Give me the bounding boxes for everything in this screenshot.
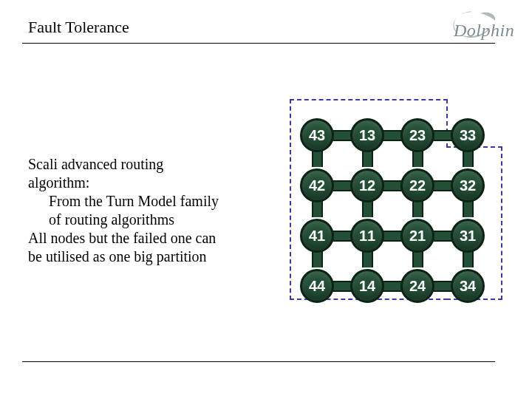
v-connector	[362, 201, 373, 217]
h-connector	[331, 130, 352, 141]
mesh-node: 31	[451, 219, 485, 253]
mesh-node: 13	[350, 118, 384, 152]
mesh-node: 23	[400, 118, 434, 152]
footer-rule	[22, 361, 495, 362]
v-connector	[463, 151, 474, 167]
h-connector	[432, 281, 452, 292]
v-connector	[412, 251, 423, 267]
mesh-node: 42	[300, 168, 334, 202]
mesh-node: 14	[350, 269, 384, 303]
h-connector	[381, 180, 402, 191]
mesh-node: 44	[300, 269, 334, 303]
body-line: All nodes but the failed one can	[28, 229, 272, 248]
h-connector	[432, 130, 452, 141]
v-connector	[312, 201, 323, 217]
v-connector	[362, 151, 373, 167]
body-line: be utilised as one big partition	[28, 248, 272, 266]
v-connector	[463, 201, 474, 217]
brand-logo: Dolphin	[443, 4, 532, 56]
mesh-node: 21	[400, 219, 434, 253]
body-text: Scali advanced routing algorithm: From t…	[28, 155, 272, 266]
h-connector	[432, 180, 452, 191]
h-connector	[381, 281, 402, 292]
mesh-node: 22	[400, 168, 434, 202]
mesh-node: 34	[451, 269, 485, 303]
mesh-diagram: 43 13 23 33 42 12 22 32 41 11 21 31 44 1…	[290, 99, 505, 300]
v-connector	[312, 251, 323, 267]
header-rule	[22, 43, 495, 44]
mesh-node: 11	[350, 219, 384, 253]
brand-name: Dolphin	[454, 21, 514, 41]
mesh-node: 41	[300, 219, 334, 253]
v-connector	[412, 201, 423, 217]
h-connector	[331, 180, 352, 191]
v-connector	[412, 151, 423, 167]
body-line: algorithm:	[28, 174, 272, 192]
mesh-node-failed: 33	[451, 118, 485, 152]
v-connector	[312, 151, 323, 167]
body-line-indent: From the Turn Model family	[28, 192, 272, 211]
mesh-node: 43	[300, 118, 334, 152]
body-line: Scali advanced routing	[28, 155, 272, 174]
v-connector	[362, 251, 373, 267]
mesh-node: 12	[350, 168, 384, 202]
h-connector	[331, 231, 352, 242]
v-connector	[463, 251, 474, 267]
slide-header: Fault Tolerance	[28, 18, 510, 44]
h-connector	[331, 281, 352, 292]
h-connector	[432, 231, 452, 242]
body-line-indent: of routing algorithms	[28, 211, 272, 229]
mesh-node: 32	[451, 168, 485, 202]
slide-title: Fault Tolerance	[28, 18, 510, 37]
h-connector	[381, 231, 402, 242]
h-connector	[381, 130, 402, 141]
mesh-node: 24	[400, 269, 434, 303]
